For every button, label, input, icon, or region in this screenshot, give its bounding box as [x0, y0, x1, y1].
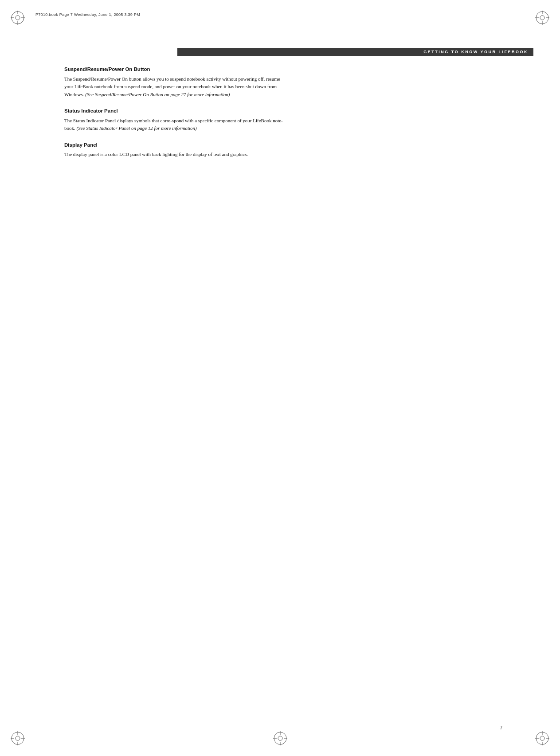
- page: P7010.book Page 7 Wednesday, June 1, 200…: [0, 0, 560, 756]
- corner-mark-bl: [10, 730, 26, 746]
- corner-mark-br: [534, 730, 550, 746]
- file-info: P7010.book Page 7 Wednesday, June 1, 200…: [35, 12, 140, 17]
- page-number: 7: [500, 725, 502, 730]
- section-title-display-panel: Display Panel: [64, 141, 285, 149]
- svg-point-14: [16, 736, 20, 740]
- section-suspend-resume: Suspend/Resume/Power On Button The Suspe…: [64, 66, 285, 98]
- section-body-text-display-panel: The display panel is a color LCD panel w…: [64, 152, 248, 157]
- section-display-panel: Display Panel The display panel is a col…: [64, 141, 285, 159]
- section-title-status-indicator: Status Indicator Panel: [64, 107, 285, 115]
- svg-point-1: [16, 16, 20, 20]
- section-status-indicator: Status Indicator Panel The Status Indica…: [64, 107, 285, 132]
- header-bar: Getting to Know Your LifeBook: [177, 48, 533, 56]
- content-area: Suspend/Resume/Power On Button The Suspe…: [64, 66, 285, 168]
- header-title: Getting to Know Your LifeBook: [423, 50, 528, 54]
- svg-point-26: [278, 736, 282, 740]
- section-body-italic-status-indicator: (See Status Indicator Panel on page 12 f…: [77, 125, 197, 131]
- corner-mark-tl: [10, 10, 26, 26]
- margin-left: [49, 35, 49, 721]
- section-body-suspend-resume: The Suspend/Resume/Power On button allow…: [64, 75, 285, 98]
- section-body-italic-suspend-resume: (See Suspend/Resume/Power On Button on p…: [85, 92, 230, 97]
- margin-right: [511, 35, 511, 721]
- corner-mark-tr: [534, 10, 550, 26]
- section-body-status-indicator: The Status Indicator Panel displays symb…: [64, 117, 285, 132]
- svg-point-8: [540, 16, 544, 20]
- section-body-display-panel: The display panel is a color LCD panel w…: [64, 151, 285, 158]
- section-title-suspend-resume: Suspend/Resume/Power On Button: [64, 66, 285, 74]
- corner-mark-center-bottom: [272, 730, 288, 746]
- svg-point-20: [540, 736, 544, 740]
